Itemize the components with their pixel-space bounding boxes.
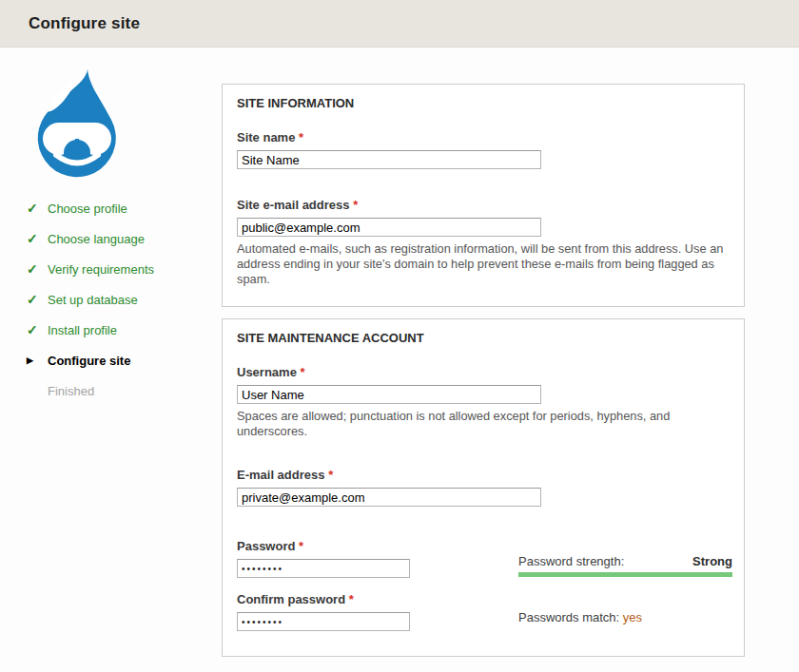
required-marker: *	[299, 539, 303, 553]
step-verify-requirements: ✓ Verify requirements	[27, 262, 222, 276]
password-form-item: Password *	[237, 539, 475, 578]
step-install-profile: ✓ Install profile	[27, 323, 222, 336]
check-icon: ✓	[27, 262, 48, 276]
check-icon: ✓	[27, 293, 48, 306]
passwords-match-label: Passwords match:	[518, 610, 619, 624]
email-form-item: E-mail address *	[237, 468, 730, 507]
password-strength-meter	[518, 572, 732, 577]
password-fields-column: Password * Confirm password *	[237, 539, 475, 631]
drupal-logo-icon	[29, 67, 124, 179]
email-input[interactable]	[237, 488, 541, 507]
email-label: E-mail address *	[237, 468, 730, 482]
required-marker: *	[353, 198, 358, 212]
step-label: Finished	[48, 384, 94, 398]
site-information-legend: SITE INFORMATION	[237, 94, 730, 110]
site-name-form-item: Site name *	[237, 130, 730, 169]
site-email-form-item: Site e-mail address * Automated e-mails,…	[237, 198, 730, 287]
step-label: Install profile	[48, 323, 117, 337]
site-email-input[interactable]	[237, 218, 541, 237]
password-feedback-column: Password strength: Strong Passwords matc…	[518, 539, 732, 631]
site-email-label: Site e-mail address *	[237, 198, 730, 212]
required-marker: *	[299, 130, 303, 144]
check-icon: ✓	[27, 232, 48, 245]
step-label: Configure site	[48, 354, 130, 368]
step-choose-language: ✓ Choose language	[27, 232, 222, 245]
step-label: Verify requirements	[48, 262, 154, 277]
check-icon: ✓	[27, 323, 48, 336]
site-maintenance-account-legend: SITE MAINTENANCE ACCOUNT	[237, 329, 730, 345]
password-strength-row: Password strength: Strong	[518, 554, 732, 568]
configure-site-form: SITE INFORMATION Site name * Site e-mail…	[222, 48, 745, 668]
password-strength-level: Strong	[692, 554, 732, 568]
step-label: Set up database	[48, 293, 138, 307]
step-choose-profile: ✓ Choose profile	[27, 202, 222, 215]
step-configure-site: ▶ Configure site	[27, 354, 222, 367]
step-finished: Finished	[27, 384, 222, 397]
install-steps-list: ✓ Choose profile ✓ Choose language ✓ Ver…	[27, 202, 222, 397]
sidebar: ✓ Choose profile ✓ Choose language ✓ Ver…	[0, 48, 222, 668]
confirm-password-label: Confirm password *	[237, 592, 475, 606]
password-area: Password * Confirm password * Password s…	[237, 539, 730, 631]
username-description: Spaces are allowed; punctuation is not a…	[237, 409, 727, 439]
passwords-match-row: Passwords match: yes	[518, 610, 732, 624]
username-form-item: Username * Spaces are allowed; punctuati…	[237, 365, 730, 439]
passwords-match-value: yes	[623, 610, 642, 624]
site-email-description: Automated e-mails, such as registration …	[237, 241, 727, 287]
step-label: Choose profile	[48, 202, 127, 216]
required-marker: *	[301, 365, 305, 379]
layout: ✓ Choose profile ✓ Choose language ✓ Ver…	[0, 48, 799, 668]
site-information-fieldset: SITE INFORMATION Site name * Site e-mail…	[222, 84, 745, 307]
site-name-label: Site name *	[237, 130, 730, 144]
username-input[interactable]	[237, 385, 541, 404]
password-label: Password *	[237, 539, 475, 553]
site-name-input[interactable]	[237, 150, 541, 169]
check-icon: ✓	[27, 202, 48, 215]
password-strength-label: Password strength:	[518, 554, 624, 568]
username-label: Username *	[237, 365, 730, 379]
confirm-password-input[interactable]	[237, 612, 410, 631]
page-header: Configure site	[0, 0, 799, 48]
site-maintenance-account-fieldset: SITE MAINTENANCE ACCOUNT Username * Spac…	[222, 318, 745, 657]
step-label: Choose language	[48, 232, 145, 246]
password-strength-bar	[518, 572, 732, 577]
page-title: Configure site	[29, 14, 140, 33]
required-marker: *	[328, 468, 333, 482]
step-set-up-database: ✓ Set up database	[27, 293, 222, 306]
current-step-arrow-icon: ▶	[27, 355, 48, 365]
required-marker: *	[349, 592, 354, 606]
confirm-password-form-item: Confirm password *	[237, 592, 475, 631]
password-input[interactable]	[237, 559, 410, 578]
